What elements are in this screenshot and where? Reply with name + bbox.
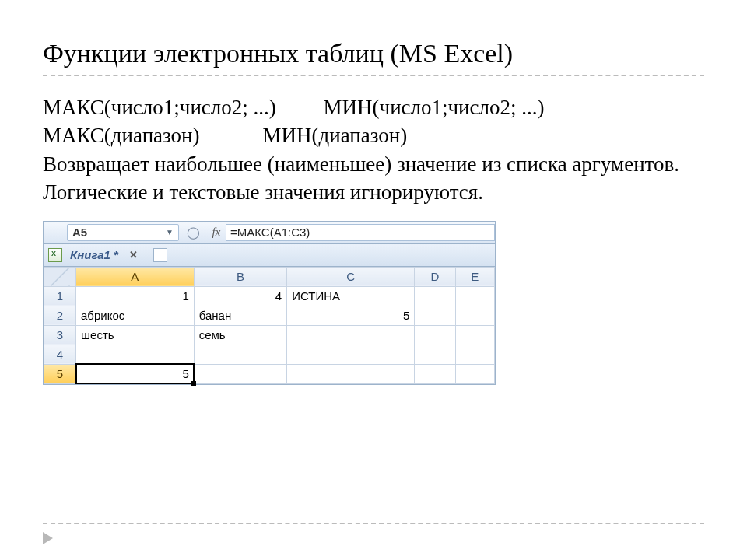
cell-b1[interactable]: 4 [194,286,286,306]
cell-d3[interactable] [415,325,455,345]
cell-d4[interactable] [415,345,455,364]
select-all-corner[interactable] [44,267,76,286]
cell-b4[interactable] [194,345,286,364]
name-box-dropdown-icon[interactable]: ▼ [166,228,174,236]
row-header-1[interactable]: 1 [44,286,76,306]
cell-e5[interactable] [455,364,494,383]
cell-c2[interactable]: 5 [287,306,415,325]
play-icon[interactable] [43,532,53,544]
slide-title: Функции электронных таблиц (MS Excel) [43,39,704,68]
description: Возвращает наибольшее (наименьшее) значе… [43,150,704,207]
name-box[interactable]: A5 ▼ [67,224,179,241]
sig-max-range: МАКС(диапазон) [43,124,200,147]
cell-c4[interactable] [287,345,415,364]
cell-c3[interactable] [287,325,415,345]
title-divider [43,75,704,76]
workbook-tab[interactable]: Книга1 * [67,248,121,261]
cell-d5[interactable] [415,364,455,383]
row-header-2[interactable]: 2 [44,306,76,325]
cell-e4[interactable] [455,345,494,364]
row-header-3[interactable]: 3 [44,325,76,345]
cell-d2[interactable] [415,306,455,325]
body-text: МАКС(число1;число2; ...) МИН(число1;числ… [43,93,704,207]
cell-a5[interactable]: 5 [76,364,195,383]
cell-e3[interactable] [455,325,494,345]
cell-b2[interactable]: банан [194,306,286,325]
cancel-formula-icon[interactable]: ◯ [179,226,207,240]
footer-divider [43,523,704,524]
col-header-a[interactable]: A [76,267,195,286]
fx-icon[interactable]: fx [207,226,226,239]
sig-min-args: МИН(число1;число2; ...) [324,96,545,119]
cell-a4[interactable] [76,345,195,364]
cell-b3[interactable]: семь [194,325,286,345]
workbook-tab-bar: Книга1 * ✕ [44,244,495,267]
row-header-5[interactable]: 5 [44,364,76,383]
cell-a1[interactable]: 1 [76,286,195,306]
cell-a2[interactable]: абрикос [76,306,195,325]
close-tab-icon[interactable]: ✕ [126,249,141,261]
cell-c5[interactable] [287,364,415,383]
cell-e2[interactable] [455,306,494,325]
spreadsheet-grid[interactable]: A B C D E 1 1 4 ИСТИНА 2 абрикос банан 5 [44,267,495,384]
cell-d1[interactable] [415,286,455,306]
col-header-e[interactable]: E [455,267,494,286]
row-header-4[interactable]: 4 [44,345,76,364]
formula-input[interactable]: =МАКС(A1:C3) [226,224,495,241]
cell-e1[interactable] [455,286,494,306]
sig-min-range: МИН(диапазон) [263,124,408,147]
new-tab-icon[interactable] [153,248,167,262]
cell-a3[interactable]: шесть [76,325,195,345]
col-header-c[interactable]: C [287,267,415,286]
cell-b5[interactable] [194,364,286,383]
name-box-value: A5 [72,226,87,239]
col-header-d[interactable]: D [415,267,455,286]
sig-max-args: МАКС(число1;число2; ...) [43,96,276,119]
excel-screenshot: A5 ▼ ◯ fx =МАКС(A1:C3) Книга1 * ✕ A B C … [43,221,496,385]
col-header-b[interactable]: B [194,267,286,286]
excel-doc-icon [48,248,62,262]
formula-bar: A5 ▼ ◯ fx =МАКС(A1:C3) [44,222,495,244]
cell-c1[interactable]: ИСТИНА [287,286,415,306]
